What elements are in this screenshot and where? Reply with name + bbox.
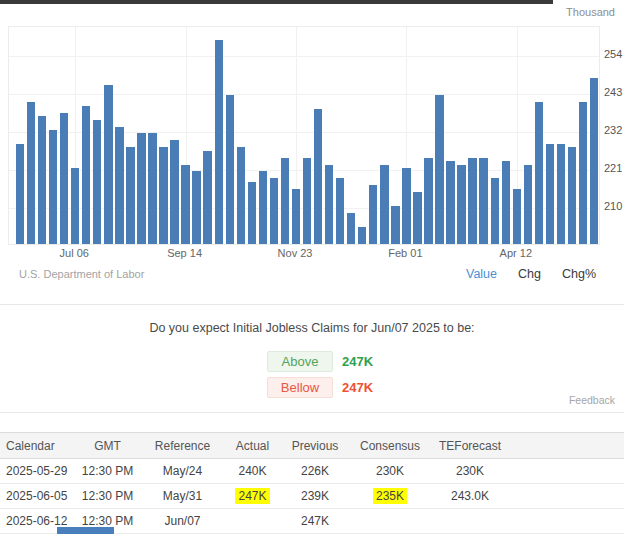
- chart-bar: [170, 140, 178, 244]
- below-consensus-value: 247K: [342, 380, 373, 395]
- table-row[interactable]: 2025-05-29 12:30 PM May/24 240K 226K 230…: [0, 459, 624, 484]
- survey-option-below-row: Bellow 247K: [267, 377, 373, 398]
- chart-bar: [535, 102, 543, 244]
- cell-reference: May/24: [140, 459, 225, 484]
- cell-gmt: 12:30 PM: [75, 484, 140, 509]
- cell-actual: [225, 509, 280, 534]
- y-axis-tick-label: 221: [604, 162, 622, 174]
- chart-bar: [413, 192, 421, 244]
- chart-bar: [270, 178, 278, 244]
- column-header-previous: Previous: [280, 433, 350, 459]
- highlighted-value: 247K: [235, 488, 269, 504]
- cell-calendar: 2025-06-05: [0, 484, 75, 509]
- chart-bar: [468, 158, 476, 244]
- chart-bar: [215, 40, 223, 244]
- toggle-value[interactable]: Value: [466, 267, 497, 281]
- cell-actual: 240K: [225, 459, 280, 484]
- cell-blank: [510, 484, 624, 509]
- chart-bar: [115, 127, 123, 244]
- column-header-consensus: Consensus: [350, 433, 430, 459]
- y-axis-tick-label: 232: [604, 124, 622, 136]
- chart-bar: [369, 185, 377, 244]
- section-divider: [0, 412, 624, 413]
- chart-bar: [424, 158, 432, 244]
- chart-bar: [259, 171, 267, 244]
- column-header-calendar: Calendar: [0, 433, 75, 459]
- chart-bar: [325, 165, 333, 244]
- chart-bar: [402, 168, 410, 244]
- survey-option-above-row: Above 247K: [267, 351, 373, 372]
- chart-bar: [82, 106, 90, 244]
- chart-bar: [590, 78, 598, 244]
- cell-blank: [510, 459, 624, 484]
- chart-bar: [513, 189, 521, 244]
- chart-bar: [137, 133, 145, 244]
- cell-previous: 239K: [280, 484, 350, 509]
- table-row[interactable]: 2025-06-05 12:30 PM May/31 247K 239K 235…: [0, 484, 624, 509]
- y-axis-tick-label: 210: [604, 200, 622, 212]
- chart-view-toggles: Value Chg Chg%: [466, 267, 596, 281]
- cell-blank: [510, 509, 624, 534]
- x-axis-tick-label: Jul 06: [60, 247, 89, 259]
- chart-bar: [579, 102, 587, 244]
- feedback-link[interactable]: Feedback: [569, 394, 615, 406]
- below-button[interactable]: Bellow: [267, 377, 333, 398]
- chart-bar: [336, 178, 344, 244]
- above-button[interactable]: Above: [267, 351, 333, 372]
- toggle-chg-pct[interactable]: Chg%: [562, 267, 596, 281]
- cell-reference: May/31: [140, 484, 225, 509]
- chart-bar: [181, 165, 189, 244]
- chart-bar: [281, 158, 289, 244]
- chart-bar: [358, 227, 366, 244]
- gridline: [9, 56, 599, 57]
- above-consensus-value: 247K: [342, 354, 373, 369]
- chart-plot-area[interactable]: [8, 26, 600, 245]
- chart-bar: [546, 144, 554, 244]
- y-axis-tick-label: 243: [604, 86, 622, 98]
- chart-bar: [347, 213, 355, 244]
- chart-bar: [226, 95, 234, 244]
- cell-previous: 226K: [280, 459, 350, 484]
- table-header-row: Calendar GMT Reference Actual Previous C…: [0, 433, 624, 459]
- chart-source-label: U.S. Department of Labor: [19, 268, 144, 280]
- gridline: [9, 94, 599, 95]
- cell-gmt: 12:30 PM: [75, 459, 140, 484]
- section-divider: [0, 304, 624, 305]
- cell-actual: 247K: [225, 484, 280, 509]
- chart-bar: [446, 161, 454, 244]
- cell-consensus: [350, 509, 430, 534]
- cell-teforecast: [430, 509, 510, 534]
- partial-bottom-button[interactable]: [57, 527, 114, 534]
- chart-bar: [479, 158, 487, 244]
- x-axis-tick-label: Apr 12: [500, 247, 532, 259]
- toggle-chg[interactable]: Chg: [518, 267, 541, 281]
- cell-teforecast: 243.0K: [430, 484, 510, 509]
- chart-bar: [435, 95, 443, 244]
- chart-bar: [203, 151, 211, 244]
- chart-bar: [457, 165, 465, 244]
- chart-bar: [16, 144, 24, 244]
- chart-bar: [292, 189, 300, 244]
- highlighted-value: 235K: [373, 488, 407, 504]
- chart-bar: [159, 147, 167, 244]
- chart-bar: [71, 168, 79, 244]
- chart-bar: [314, 109, 322, 244]
- jobless-claims-chart[interactable]: 254243232221210Jul 06Sep 14Nov 23Feb 01A…: [0, 0, 624, 262]
- chart-bar: [38, 116, 46, 244]
- chart-bar: [104, 85, 112, 244]
- y-axis-tick-label: 254: [604, 48, 622, 60]
- cell-calendar: 2025-05-29: [0, 459, 75, 484]
- chart-bar: [502, 161, 510, 244]
- chart-bar: [557, 144, 565, 244]
- column-header-reference: Reference: [140, 433, 225, 459]
- cell-reference: Jun/07: [140, 509, 225, 534]
- column-header-actual: Actual: [225, 433, 280, 459]
- survey-question: Do you expect Initial Jobless Claims for…: [0, 321, 624, 335]
- cell-previous: 247K: [280, 509, 350, 534]
- chart-bar: [126, 147, 134, 244]
- chart-bar: [303, 158, 311, 244]
- chart-bar: [237, 147, 245, 244]
- chart-bar: [27, 102, 35, 244]
- cell-teforecast: 230K: [430, 459, 510, 484]
- chart-bar: [491, 178, 499, 244]
